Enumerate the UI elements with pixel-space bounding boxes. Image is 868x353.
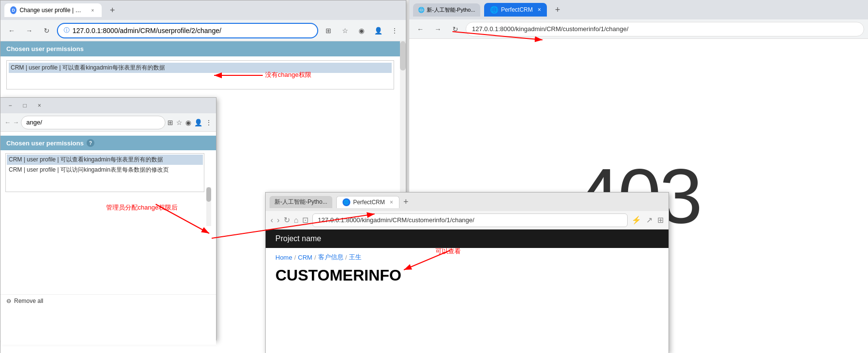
breadcrumb: Home / CRM / 客户信息 / 王生 <box>275 253 659 262</box>
maximize-button-2[interactable]: □ <box>19 100 31 111</box>
tab-favicon-4a: 🌐 <box>418 7 425 13</box>
back-button-1[interactable]: ← <box>4 23 19 38</box>
page-title: CUSTOMERINFO <box>275 266 659 284</box>
translate-icon[interactable]: ⊞ <box>321 23 336 38</box>
safari-reader-button[interactable]: ⊡ <box>302 215 308 225</box>
lightning-icon[interactable]: ⚡ <box>632 215 641 225</box>
tab-close-button-1[interactable]: × <box>90 6 96 14</box>
menu-icon-2[interactable]: ⋮ <box>205 119 212 126</box>
tab-label-4a: 新-人工智能-Pytho... <box>427 6 475 14</box>
share-icon[interactable]: ↗ <box>646 215 652 225</box>
account-icon[interactable]: 👤 <box>371 23 385 38</box>
account-icon-2[interactable]: 👤 <box>194 119 202 126</box>
tab-favicon-1: D <box>10 6 17 14</box>
browser-toolbar-2: ← → ange/ ⊞ ☆ ◉ 👤 ⋮ <box>0 113 216 132</box>
bookmark-icon-2[interactable]: ☆ <box>176 119 182 126</box>
browser-window-2: − □ × ← → ange/ ⊞ ☆ ◉ 👤 ⋮ Chosen user pe… <box>0 97 217 340</box>
menu-icon[interactable]: ⋮ <box>387 23 402 38</box>
remove-all-button-2[interactable]: ⊖ Remove all <box>0 294 216 307</box>
url-text-1: 127.0.0.1:8000/admin/CRM/userprofile/2/c… <box>72 27 221 35</box>
permission-item-2b: CRM | user profile | 可以访问kingadmin表里每条数据… <box>7 165 203 175</box>
safari-forward-button[interactable]: › <box>277 216 279 225</box>
inactive-tab-4[interactable]: 🌐 新-人工智能-Pytho... <box>413 3 480 17</box>
address-bar-1[interactable]: ⓘ 127.0.0.1:8000/admin/CRM/userprofile/2… <box>57 23 318 38</box>
breadcrumb-sep-2: / <box>314 254 316 261</box>
url-text-4: 127.0.0.1:8000/kingadmin/CRM/customerinf… <box>472 25 629 33</box>
forward-button-4[interactable]: → <box>431 22 445 36</box>
close-button-2[interactable]: × <box>34 100 45 111</box>
remove-all-label-2: Remove all <box>14 298 43 304</box>
new-tab-button-4[interactable]: + <box>551 3 564 17</box>
content-body-3: Home / CRM / 客户信息 / 王生 CUSTOMERINFO <box>266 248 669 289</box>
browser-toolbar-1: ← → ↻ ⓘ 127.0.0.1:8000/admin/CRM/userpro… <box>0 20 406 41</box>
browser-titlebar-2: − □ × <box>0 98 216 113</box>
chosen-permissions-header-2: Chosen user permissions ? <box>0 136 216 150</box>
forward-button-1[interactable]: → <box>22 23 36 38</box>
scrollbar-thumb-1[interactable] <box>400 41 406 71</box>
safari-reload-button[interactable]: ↻ <box>284 215 290 225</box>
tab-label-1: Change user profile | Django s <box>19 7 85 14</box>
reload-button-4[interactable]: ↻ <box>448 22 463 36</box>
address-bar-2[interactable]: ange/ <box>21 116 165 129</box>
chrome-icon[interactable]: ◉ <box>354 23 369 38</box>
breadcrumb-home[interactable]: Home <box>275 254 292 261</box>
safari-new-tab-button[interactable]: + <box>403 197 409 207</box>
back-button-2[interactable]: ← <box>4 119 11 126</box>
minimize-button-2[interactable]: − <box>4 100 16 111</box>
permissions-list-2[interactable]: CRM | user profile | 可以查看kingadmin每张表里所有… <box>5 153 204 192</box>
address-bar-3[interactable]: 127.0.0.1:8000/kingadmin/CRM/customerinf… <box>312 213 628 227</box>
reload-button-1[interactable]: ↻ <box>39 23 54 38</box>
tab-active-label-4: PerfectCRM <box>501 6 533 13</box>
tab-close-icon-4[interactable]: × <box>538 6 541 13</box>
breadcrumb-person[interactable]: 王生 <box>349 253 362 262</box>
forward-button-2[interactable]: → <box>13 119 19 126</box>
toolbar-icons-1: ⊞ ☆ ◉ 👤 ⋮ <box>321 23 402 38</box>
permissions-list-1[interactable]: CRM | user profile | 可以查看kingadmin每张表里所有… <box>6 60 394 89</box>
safari-tab-close-icon[interactable]: × <box>390 199 393 206</box>
help-icon-2[interactable]: ? <box>87 139 94 147</box>
remove-all-icon-2: ⊖ <box>6 298 11 304</box>
address-bar-4[interactable]: 127.0.0.1:8000/kingadmin/CRM/customerinf… <box>466 22 864 36</box>
browser-titlebar-3: 新-人工智能-Pytho... 🌐 PerfectCRM × + <box>266 193 669 211</box>
url-text-3: 127.0.0.1:8000/kingadmin/CRM/customerinf… <box>318 216 474 224</box>
breadcrumb-sep-1: / <box>294 254 296 261</box>
safari-globe-icon: 🌐 <box>343 198 350 206</box>
safari-active-tab-label: PerfectCRM <box>353 199 385 206</box>
browser-tab-1[interactable]: D Change user profile | Django s × <box>4 3 102 17</box>
browser-titlebar-1: D Change user profile | Django s × + <box>0 0 406 20</box>
tab-globe-icon-4: 🌐 <box>490 6 498 14</box>
browser-titlebar-4: 🌐 新-人工智能-Pytho... 🌐 PerfectCRM × + <box>409 0 868 19</box>
translate-icon-2[interactable]: ⊞ <box>167 119 173 126</box>
address-lock-icon: ⓘ <box>64 26 70 35</box>
browser-content-3: Project name Home / CRM / 客户信息 / 王生 CUST… <box>266 229 669 353</box>
browser-window-perfectcrm: 新-人工智能-Pytho... 🌐 PerfectCRM × + ‹ › ↻ ⌂… <box>265 192 669 353</box>
breadcrumb-crm[interactable]: CRM <box>298 254 312 261</box>
chrome-logo-2[interactable]: ◉ <box>185 119 191 126</box>
chosen-permissions-header-1: Chosen user permissions <box>0 41 400 56</box>
browser-toolbar-4: ← → ↻ 127.0.0.1:8000/kingadmin/CRM/custo… <box>409 19 868 39</box>
safari-home-button[interactable]: ⌂ <box>294 216 299 225</box>
scrollbar-thumb-2[interactable] <box>206 187 211 202</box>
content-area-2 <box>0 195 216 292</box>
safari-tab-inactive[interactable]: 新-人工智能-Pytho... <box>270 196 332 208</box>
breadcrumb-customer[interactable]: 客户信息 <box>318 253 344 262</box>
new-tab-button-1[interactable]: + <box>106 3 119 17</box>
back-button-4[interactable]: ← <box>413 22 428 36</box>
safari-toolbar-icons: ⚡ ↗ ⊞ <box>632 215 664 225</box>
chosen-perm-label-2: Chosen user permissions <box>6 140 84 147</box>
bookmark-icon[interactable]: ☆ <box>338 23 352 38</box>
browser-content-2: Chosen user permissions ? CRM | user pro… <box>0 136 216 345</box>
safari-back-button[interactable]: ‹ <box>271 216 273 225</box>
safari-tab-active[interactable]: 🌐 PerfectCRM × <box>336 196 399 208</box>
sidebar-icon[interactable]: ⊞ <box>657 215 664 225</box>
dark-header-bar: Project name <box>266 229 669 248</box>
permission-item-1: CRM | user profile | 可以查看kingadmin每张表里所有… <box>9 63 392 73</box>
permission-item-2a: CRM | user profile | 可以查看kingadmin每张表里所有… <box>7 155 203 165</box>
breadcrumb-sep-3: / <box>345 254 347 261</box>
active-tab-perfectcrm[interactable]: 🌐 PerfectCRM × <box>484 3 547 17</box>
scrollbar-2[interactable] <box>206 187 211 226</box>
url-text-2: ange/ <box>26 119 42 126</box>
toolbar-icons-2: ⊞ ☆ ◉ 👤 ⋮ <box>167 119 212 126</box>
browser-toolbar-3: ‹ › ↻ ⌂ ⊡ 127.0.0.1:8000/kingadmin/CRM/c… <box>266 211 669 229</box>
